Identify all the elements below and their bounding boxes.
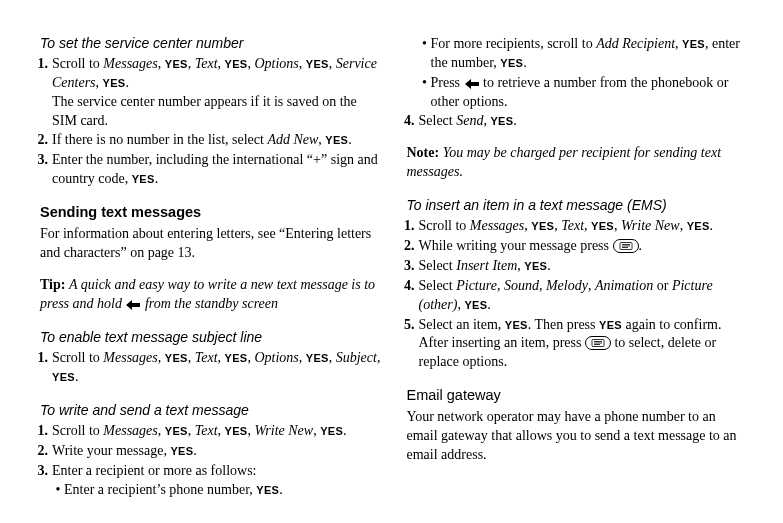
bullet-content: Press to retrieve a number from the phon… bbox=[431, 74, 750, 112]
heading-sending-text: Sending text messages bbox=[40, 203, 383, 223]
step-num: 1. bbox=[34, 55, 48, 131]
step-num: 1. bbox=[34, 422, 48, 441]
step-num: 2. bbox=[401, 237, 415, 256]
sub-bullet: • Press to retrieve a number from the ph… bbox=[419, 74, 750, 112]
step-content: Scroll to Messages, YES, Text, YES, Opti… bbox=[52, 55, 383, 131]
steps-service-center: 1. Scroll to Messages, YES, Text, YES, O… bbox=[34, 55, 383, 189]
left-arrow-icon bbox=[464, 78, 480, 90]
para-email-gateway: Your network operator may have a phone n… bbox=[407, 408, 750, 465]
options-key-icon bbox=[585, 336, 611, 350]
list-item: 1. Scroll to Messages, YES, Text, YES, O… bbox=[34, 349, 383, 387]
step-num: 4. bbox=[401, 112, 415, 131]
tip-body: A quick and easy way to write a new text… bbox=[40, 277, 375, 311]
sub-bullet: • For more recipients, scroll to Add Rec… bbox=[419, 35, 750, 73]
step-content: Enter a recipient or more as follows: • … bbox=[52, 462, 383, 501]
tip-label: Tip: bbox=[40, 277, 65, 292]
right-column: • For more recipients, scroll to Add Rec… bbox=[401, 34, 750, 501]
step-num: 1. bbox=[401, 217, 415, 236]
step-content: Select Insert Item, YES. bbox=[419, 257, 750, 276]
step-num: 1. bbox=[34, 349, 48, 387]
list-item: 4. Select Send, YES. bbox=[401, 112, 750, 131]
list-item: 2. While writing your message press . bbox=[401, 237, 750, 256]
heading-enable-subject: To enable text message subject line bbox=[40, 328, 383, 347]
list-item: 3. Enter the number, including the inter… bbox=[34, 151, 383, 189]
step-num: 3. bbox=[34, 462, 48, 501]
left-column: To set the service center number 1. Scro… bbox=[34, 34, 383, 501]
step-content: Write your message, YES. bbox=[52, 442, 383, 461]
note-body: You may be charged per recipient for sen… bbox=[407, 145, 722, 179]
step-content: Select an item, YES. Then press YES agai… bbox=[419, 316, 750, 373]
step-content: Scroll to Messages, YES, Text, YES, Opti… bbox=[52, 349, 383, 387]
step-after: The service center number appears if it … bbox=[52, 94, 357, 128]
step-content: If there is no number in the list, selec… bbox=[52, 131, 383, 150]
list-item: 3. Select Insert Item, YES. bbox=[401, 257, 750, 276]
step-content: Scroll to Messages, YES, Text, YES, Writ… bbox=[52, 422, 383, 441]
list-item: 4. Select Picture, Sound, Melody, Animat… bbox=[401, 277, 750, 315]
list-item: 1. Scroll to Messages, YES, Text, YES, W… bbox=[34, 422, 383, 441]
bullet-dot: • bbox=[419, 74, 431, 112]
left-arrow-icon bbox=[125, 299, 141, 311]
step-content: While writing your message press . bbox=[419, 237, 750, 256]
tip-block: Tip: A quick and easy way to write a new… bbox=[40, 276, 383, 314]
heading-set-service-center: To set the service center number bbox=[40, 34, 383, 53]
para-sending: For information about entering letters, … bbox=[40, 225, 383, 263]
step-num: 5. bbox=[401, 316, 415, 373]
step-num: 3. bbox=[401, 257, 415, 276]
list-item: 5. Select an item, YES. Then press YES a… bbox=[401, 316, 750, 373]
steps-subject: 1. Scroll to Messages, YES, Text, YES, O… bbox=[34, 349, 383, 387]
step-content: Select Send, YES. bbox=[419, 112, 750, 131]
step-num: 4. bbox=[401, 277, 415, 315]
options-key-icon bbox=[613, 239, 639, 253]
note-block: Note: You may be charged per recipient f… bbox=[407, 144, 750, 182]
list-item: 3. Enter a recipient or more as follows:… bbox=[34, 462, 383, 501]
bullet-dot: • bbox=[419, 35, 431, 73]
two-column-layout: To set the service center number 1. Scro… bbox=[34, 34, 749, 501]
list-item: 2. Write your message, YES. bbox=[34, 442, 383, 461]
step-num: 2. bbox=[34, 131, 48, 150]
steps-write-send: 1. Scroll to Messages, YES, Text, YES, W… bbox=[34, 422, 383, 501]
heading-insert-item: To insert an item in a text message (EMS… bbox=[407, 196, 750, 215]
step-num: 2. bbox=[34, 442, 48, 461]
steps-continued: 4. Select Send, YES. bbox=[401, 112, 750, 131]
bullet-content: For more recipients, scroll to Add Recip… bbox=[431, 35, 750, 73]
step-content: Enter the number, including the internat… bbox=[52, 151, 383, 189]
sub-bullet: • Enter a recipient’s phone number, YES. bbox=[52, 481, 383, 500]
bullet-content: Enter a recipient’s phone number, YES. bbox=[64, 481, 383, 500]
steps-insert: 1. Scroll to Messages, YES, Text, YES, W… bbox=[401, 217, 750, 372]
list-item: 2. If there is no number in the list, se… bbox=[34, 131, 383, 150]
list-item: 1. Scroll to Messages, YES, Text, YES, O… bbox=[34, 55, 383, 131]
step-content: Scroll to Messages, YES, Text, YES, Writ… bbox=[419, 217, 750, 236]
step-content: Select Picture, Sound, Melody, Animation… bbox=[419, 277, 750, 315]
heading-write-send: To write and send a text message bbox=[40, 401, 383, 420]
note-label: Note: bbox=[407, 145, 440, 160]
heading-email-gateway: Email gateway bbox=[407, 386, 750, 406]
bullet-dot: • bbox=[52, 481, 64, 500]
step-num: 3. bbox=[34, 151, 48, 189]
list-item: 1. Scroll to Messages, YES, Text, YES, W… bbox=[401, 217, 750, 236]
